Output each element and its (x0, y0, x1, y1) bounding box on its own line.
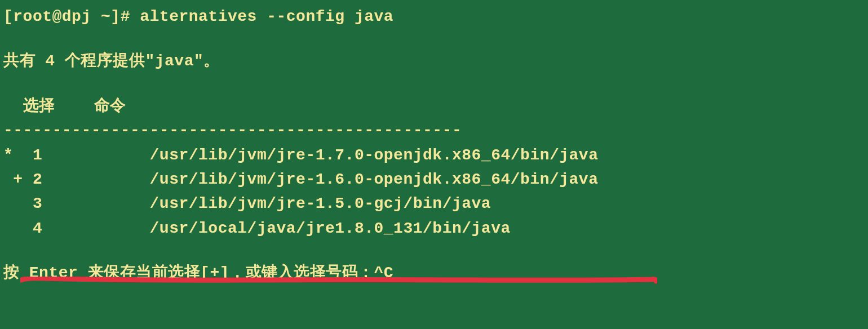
command-prompt-line: [root@dpj ~]# alternatives --config java (3, 5, 865, 29)
footer-prompt-line: 按 Enter 来保存当前选择[+]，或键入选择号码：^C (3, 261, 865, 285)
summary-prefix: 共有 (3, 52, 45, 70)
row-path: /usr/local/java/jre1.8.0_131/bin/java (150, 220, 511, 237)
table-divider: ----------------------------------------… (3, 118, 865, 143)
row-marker: 3 (3, 195, 150, 212)
shell-prompt: [root@dpj ~]# (3, 8, 130, 25)
blank-line (3, 29, 865, 49)
alternative-row: 4 /usr/local/java/jre1.8.0_131/bin/java (3, 216, 865, 241)
footer-prompt-text: 按 Enter 来保存当前选择[+]，或键入选择号码： (3, 264, 374, 282)
typed-command[interactable]: alternatives --config java (140, 8, 393, 25)
alternative-row: + 2 /usr/lib/jvm/jre-1.6.0-openjdk.x86_6… (3, 167, 865, 192)
alternative-row: 3 /usr/lib/jvm/jre-1.5.0-gcj/bin/java (3, 192, 865, 216)
row-path: /usr/lib/jvm/jre-1.6.0-openjdk.x86_64/bi… (150, 171, 599, 188)
blank-line (3, 74, 865, 94)
table-header: 选择 命令 (3, 94, 865, 118)
row-path: /usr/lib/jvm/jre-1.7.0-openjdk.x86_64/bi… (150, 146, 599, 164)
footer-user-input[interactable]: ^C (374, 264, 394, 282)
summary-count: 4 (45, 52, 55, 70)
row-path: /usr/lib/jvm/jre-1.5.0-gcj/bin/java (150, 195, 491, 212)
summary-suffix: 个程序提供"java"。 (55, 52, 220, 70)
row-marker: + 2 (3, 171, 150, 188)
alternative-row: * 1 /usr/lib/jvm/jre-1.7.0-openjdk.x86_6… (3, 143, 865, 167)
row-marker: 4 (3, 220, 150, 237)
row-marker: * 1 (3, 146, 150, 164)
blank-line (3, 241, 865, 261)
summary-line: 共有 4 个程序提供"java"。 (3, 49, 865, 73)
